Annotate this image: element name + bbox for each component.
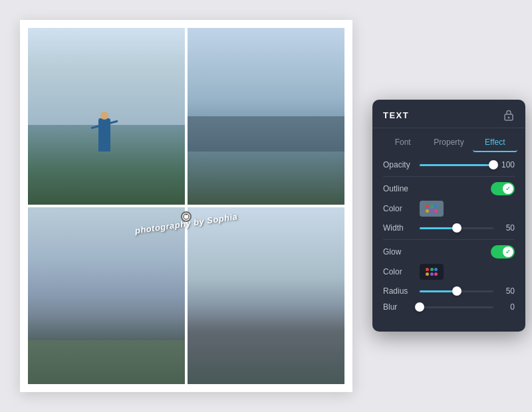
outline-width-row: Width 50 [383, 223, 515, 233]
outline-color-row: Color [383, 201, 515, 217]
color-dot-pink [434, 209, 438, 213]
photo-top-right [188, 28, 344, 205]
glow-blur-row: Blur 0 [383, 302, 515, 312]
divider-1 [383, 176, 515, 177]
tab-font[interactable]: Font [380, 134, 425, 152]
color-dot-blue [434, 205, 438, 208]
opacity-slider-thumb[interactable] [489, 160, 498, 169]
photo-bottom-left [28, 207, 185, 384]
panel-header: TEXT [372, 100, 525, 128]
outline-width-value: 50 [499, 223, 515, 233]
outline-width-slider-fill [420, 227, 457, 229]
outline-label: Outline [383, 184, 491, 193]
panel-tabs: Font Property Effect [372, 128, 525, 157]
outline-color-label: Color [383, 204, 420, 213]
glow-toggle-thumb: ✓ [503, 247, 513, 257]
glow-toggle-check: ✓ [505, 249, 511, 255]
glow-radius-slider-thumb[interactable] [452, 286, 462, 296]
glow-radius-row: Radius 50 [383, 286, 515, 296]
opacity-value: 100 [499, 160, 515, 169]
opacity-slider-track[interactable] [420, 164, 493, 166]
lock-icon[interactable] [503, 109, 515, 121]
glow-color-dots [426, 268, 438, 276]
photo-top-left [28, 28, 185, 205]
outline-color-dots [426, 205, 438, 213]
glow-dot-blue [434, 268, 438, 271]
color-dot-red [426, 205, 429, 208]
text-panel: TEXT Font Property Effect Opacity 100 [372, 100, 525, 332]
glow-radius-slider-container: 50 [420, 286, 515, 296]
color-dot-green [430, 205, 434, 208]
opacity-slider-container: 100 [420, 160, 515, 169]
svg-point-2 [508, 117, 510, 119]
panel-content: Opacity 100 Outline ✓ Color [372, 157, 525, 321]
person-figure [98, 118, 110, 152]
tab-property[interactable]: Property [426, 134, 471, 152]
glow-color-row: Color [383, 264, 515, 280]
glow-label: Glow [383, 247, 491, 257]
outline-width-slider-thumb[interactable] [452, 223, 462, 233]
glow-radius-slider-fill [420, 290, 457, 292]
tab-effect[interactable]: Effect [473, 134, 517, 152]
glow-blur-value: 0 [499, 302, 515, 312]
glow-radius-label: Radius [383, 286, 420, 296]
glow-radius-slider-track[interactable] [420, 290, 493, 292]
color-dot-purple [430, 209, 434, 213]
glow-radius-value: 50 [499, 286, 515, 296]
glow-dot-purple [430, 272, 434, 276]
divider-2 [383, 239, 515, 240]
outline-toggle[interactable]: ✓ [491, 182, 515, 195]
glow-dot-yellow [426, 272, 429, 276]
outline-toggle-thumb: ✓ [503, 183, 513, 194]
glow-blur-slider-thumb[interactable] [415, 302, 424, 312]
glow-blur-slider-track[interactable] [420, 306, 493, 308]
outline-width-slider-track[interactable] [420, 227, 493, 229]
glow-blur-label: Blur [383, 302, 420, 312]
glow-toggle-row: Glow ✓ [383, 245, 515, 258]
photo-bottom-right [188, 207, 344, 384]
rotate-handle[interactable] [181, 211, 192, 222]
panel-title: TEXT [383, 110, 409, 120]
outline-toggle-row: Outline ✓ [383, 182, 515, 195]
outline-color-swatch[interactable] [420, 201, 444, 217]
glow-color-swatch[interactable] [420, 264, 444, 280]
outline-toggle-check: ✓ [505, 185, 511, 192]
opacity-slider-fill [420, 164, 493, 166]
opacity-row: Opacity 100 [383, 160, 515, 169]
canvas-area: photography by Sophia [20, 20, 352, 392]
outline-width-slider-container: 50 [420, 223, 515, 233]
glow-toggle[interactable]: ✓ [491, 245, 515, 258]
glow-blur-slider-container: 0 [420, 302, 515, 312]
outline-width-label: Width [383, 223, 420, 233]
color-dot-yellow [426, 209, 429, 213]
glow-dot-pink [434, 272, 438, 276]
glow-dot-green [430, 268, 434, 271]
opacity-label: Opacity [383, 160, 420, 169]
glow-dot-red [426, 268, 429, 271]
glow-color-label: Color [383, 267, 420, 276]
